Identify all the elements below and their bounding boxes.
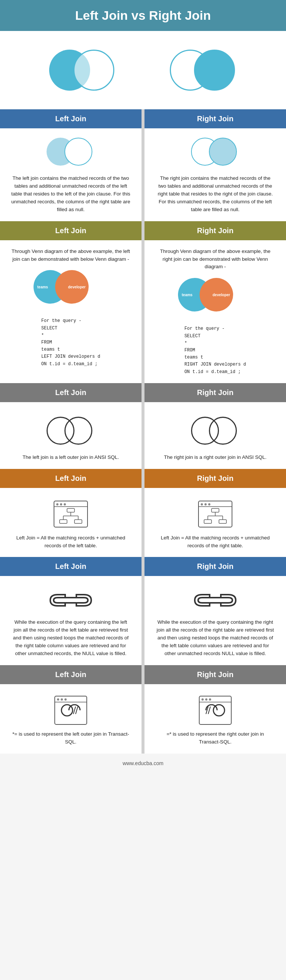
section2-right-venn: teams developer [178, 276, 253, 317]
svg-point-31 [61, 698, 63, 701]
svg-rect-23 [219, 520, 226, 523]
section4-right-content: Left Join = All the matching records + u… [144, 488, 286, 557]
section5-left-text: While the execution of the query contain… [11, 619, 130, 658]
vl-right-circle: developer [55, 270, 88, 304]
section3-right-venn [191, 415, 239, 449]
section4-right-text: Left Join = All the matching records + u… [156, 534, 275, 550]
section4-content-divider [142, 488, 144, 557]
svg-rect-5 [67, 509, 74, 512]
svg-point-15 [208, 503, 210, 506]
svg-rect-11 [74, 520, 82, 523]
section6-left-header: Left Join [0, 665, 142, 684]
section6-left-text: *= is used to represent the left outer j… [11, 730, 130, 746]
db-hierarchy-icon-right [197, 499, 234, 529]
section4-content: Left Join = All the matching records + u… [0, 488, 286, 557]
section3-content: The left join is a left outer join in AN… [0, 402, 286, 469]
section1-left-text: The left join contains the matched recor… [11, 175, 130, 214]
section1-left-venn [47, 136, 95, 169]
section3-right-text: The right join is a right outer join in … [156, 453, 275, 461]
section1-content: The left join contains the matched recor… [0, 128, 286, 221]
section4-left-text: Left Join = All the matching records + u… [11, 534, 130, 550]
vl2-developer-label: developer [213, 292, 230, 298]
svg-rect-22 [204, 520, 212, 523]
section2-header: Left Join Right Join [0, 221, 286, 240]
section2-left-code: For the query - SELECT * FROM teams t LE… [41, 317, 100, 368]
section3-right-content: The right join is a right outer join in … [144, 402, 286, 469]
section6-right-header: Right Join [144, 665, 286, 684]
section4-left-header: Left Join [0, 469, 142, 488]
section2-left-header: Left Join [0, 221, 142, 240]
ov-right-1 [65, 417, 92, 445]
section5-left-content: While the execution of the query contain… [0, 576, 142, 665]
section5-content-divider [142, 576, 144, 665]
section1-right-header: Right Join [144, 109, 286, 128]
section2-left-content: Through Venn diagram of the above exampl… [0, 240, 142, 383]
section1-left-content: The left join contains the matched recor… [0, 128, 142, 221]
section6-content: *= is used to represent the left outer j… [0, 684, 286, 754]
section5-right-text: While the execution of the query contain… [156, 619, 275, 658]
svg-point-2 [60, 503, 62, 506]
svg-line-35 [76, 706, 78, 714]
svg-point-14 [204, 503, 207, 506]
section4-header: Left Join Right Join [0, 469, 286, 488]
svg-line-42 [208, 706, 210, 714]
section3-left-venn [47, 415, 95, 449]
section2-content-divider [142, 240, 144, 383]
db-cross-icon-left [54, 695, 87, 725]
section2-content: Through Venn diagram of the above exampl… [0, 240, 286, 383]
section3-divider [142, 383, 144, 402]
section4-left-content: Left Join = All the matching records + u… [0, 488, 142, 557]
left-join-venn-top [49, 46, 116, 94]
svg-point-37 [201, 698, 204, 701]
section5-header: Left Join Right Join [0, 557, 286, 576]
svg-point-38 [205, 698, 207, 701]
right-circle-top-right [194, 49, 235, 91]
svg-line-34 [73, 706, 76, 714]
section5-right-header: Right Join [144, 557, 286, 576]
section3-left-header: Left Join [0, 383, 142, 402]
db-cross-icon-right [199, 695, 232, 725]
section2-divider [142, 221, 144, 240]
svg-rect-24 [64, 598, 77, 603]
section1-left-header: Left Join [0, 109, 142, 128]
chain-link-icon-right [193, 587, 238, 613]
section3-right-header: Right Join [144, 383, 286, 402]
svg-rect-36 [199, 696, 231, 724]
svg-point-1 [56, 503, 58, 506]
section6-left-content: *= is used to represent the left outer j… [0, 684, 142, 754]
svg-rect-29 [55, 696, 87, 724]
section3-content-divider [142, 402, 144, 469]
section2-right-code: For the query - SELECT * FROM teams t RI… [184, 325, 246, 375]
title-bar: Left Join vs Right Join [0, 0, 286, 31]
section6-right-text: =* is used to represent the right outer … [156, 730, 275, 746]
footer-url: www.educba.com [123, 760, 163, 766]
page-title: Left Join vs Right Join [4, 8, 282, 23]
vl-developer-label: developer [68, 284, 86, 290]
ov-right-2 [209, 417, 237, 445]
top-venn-section [0, 31, 286, 109]
chain-link-icon-left [48, 587, 93, 613]
section2-right-header: Right Join [144, 221, 286, 240]
section3-header: Left Join Right Join [0, 383, 286, 402]
section5-left-header: Left Join [0, 557, 142, 576]
right-join-venn-top [170, 46, 237, 94]
svg-point-32 [65, 698, 67, 701]
vl-teams-label: teams [37, 284, 48, 290]
section6-content-divider [142, 684, 144, 754]
sv-right-1r [209, 138, 237, 165]
svg-point-3 [64, 503, 66, 506]
svg-rect-17 [212, 509, 219, 512]
page: Left Join vs Right Join Left Join Right … [0, 0, 286, 773]
section1-content-divider [142, 128, 144, 221]
section5-divider [142, 557, 144, 576]
svg-point-30 [57, 698, 59, 701]
vl2-teams-label: teams [182, 292, 193, 298]
section4-right-header: Right Join [144, 469, 286, 488]
section3-left-text: The left join is a left outer join in AN… [11, 453, 130, 461]
section4-divider [142, 469, 144, 488]
section2-left-text: Through Venn diagram of the above exampl… [11, 248, 130, 263]
section2-right-text: Through Venn diagram of the above exampl… [156, 248, 275, 271]
right-circle-top-left [73, 49, 114, 91]
svg-point-39 [209, 698, 211, 701]
section5-content: While the execution of the query contain… [0, 576, 286, 665]
